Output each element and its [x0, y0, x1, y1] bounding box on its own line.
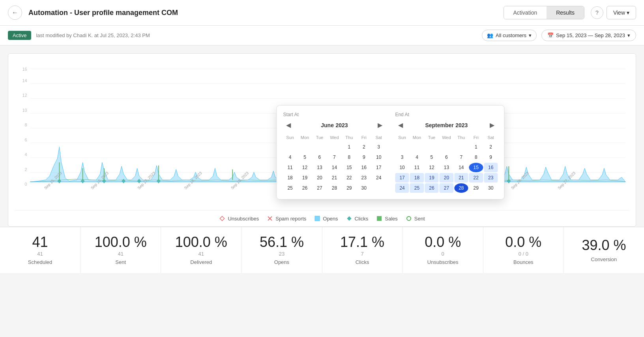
unsubscribes-icon — [219, 215, 225, 222]
tab-activation[interactable]: Activation — [504, 6, 547, 19]
customer-filter[interactable]: 👥 All customers ▾ — [482, 30, 537, 41]
stat-unsubscribes-big: 0.0 % — [425, 235, 461, 249]
stat-bounces-big: 0.0 % — [505, 235, 541, 249]
cal-end-prev-button[interactable]: ◀ — [395, 120, 406, 130]
stat-sent: 100.0 % 41 Sent — [80, 227, 161, 273]
stat-delivered: 100.0 % 41 Delivered — [161, 227, 242, 273]
cal-prev-button[interactable]: ◀ — [283, 120, 294, 130]
page-title: Automation - User profile management COM — [28, 9, 497, 17]
svg-rect-48 — [220, 216, 225, 220]
stat-delivered-big: 100.0 % — [175, 235, 227, 249]
stat-sent-big: 100.0 % — [95, 235, 147, 249]
start-label: Start At — [283, 112, 386, 117]
opens-icon — [314, 215, 320, 222]
sent-icon — [406, 215, 412, 222]
stat-delivered-sub: 41 — [198, 251, 204, 257]
header: ← Automation - User profile management C… — [0, 0, 644, 26]
status-badge: Active — [8, 31, 31, 40]
cal-end-next-button[interactable]: ▶ — [487, 120, 498, 130]
stat-unsubscribes: 0.0 % 0 Unsubscribes — [403, 227, 483, 273]
svg-text:12: 12 — [22, 93, 27, 98]
stat-scheduled-label: Scheduled — [28, 259, 52, 265]
calendar-overlay: Start At ◀ June 2023 ▶ Sun Mon Tue Wed T… — [276, 105, 504, 200]
cal-june-grid: Sun Mon Tue Wed Thu Fri Sat 1 2 3 4 — [283, 134, 386, 193]
spam-icon — [267, 215, 273, 222]
chevron-down-icon: ▾ — [529, 32, 532, 38]
legend-opens: Opens — [314, 215, 338, 222]
svg-text:2: 2 — [25, 167, 27, 172]
stat-clicks-big: 17.1 % — [340, 235, 384, 249]
date-range-filter[interactable]: 📅 Sep 15, 2023 — Sep 28, 2023 ▾ — [541, 30, 636, 41]
users-icon: 👥 — [487, 32, 493, 38]
stat-conversion-label: Conversion — [591, 256, 617, 262]
chevron-down-icon: ▾ — [627, 32, 630, 38]
stat-opens-label: Opens — [274, 259, 289, 265]
chevron-down-icon: ▾ — [627, 9, 629, 16]
cal-start-header: ◀ June 2023 ▶ — [283, 120, 386, 130]
back-button[interactable]: ← — [8, 6, 22, 20]
svg-text:10: 10 — [22, 108, 27, 113]
tab-group: Activation Results — [504, 6, 584, 19]
legend-unsubscribes: Unsubscribes — [219, 215, 259, 222]
svg-text:16: 16 — [22, 67, 27, 72]
cal-next-button[interactable]: ▶ — [374, 120, 386, 130]
filter-group: 👥 All customers ▾ 📅 Sep 15, 2023 — Sep 2… — [482, 30, 636, 41]
stat-clicks-label: Clicks — [356, 259, 369, 265]
svg-rect-52 — [347, 216, 351, 220]
svg-rect-53 — [377, 216, 382, 221]
stat-opens-big: 56.1 % — [260, 235, 304, 249]
svg-point-54 — [407, 217, 411, 220]
stat-conversion-big: 39.0 % — [582, 238, 626, 252]
stat-opens: 56.1 % 23 Opens — [242, 227, 322, 273]
view-button[interactable]: View ▾ — [607, 6, 636, 19]
cal-end-year: 2023 — [455, 122, 468, 128]
svg-rect-51 — [315, 216, 320, 221]
stat-sent-label: Sent — [115, 259, 126, 265]
svg-text:0: 0 — [25, 182, 27, 186]
svg-text:8: 8 — [25, 122, 27, 127]
cal-end-header: ◀ September 2023 ▶ — [395, 120, 498, 130]
header-actions: ? View ▾ — [591, 6, 636, 19]
stat-clicks: 17.1 % 7 Clicks — [322, 227, 403, 273]
stat-scheduled-big: 41 — [32, 235, 48, 249]
help-button[interactable]: ? — [591, 6, 603, 19]
clicks-icon — [346, 215, 352, 222]
sales-icon — [376, 215, 382, 222]
end-label: End At — [395, 112, 498, 117]
subheader: Active last modified by Chadi K. at Jul … — [0, 26, 644, 45]
stat-bounces-sub: 0 / 0 — [519, 251, 528, 257]
stat-unsubscribes-label: Unsubscribes — [427, 259, 459, 265]
legend-sales: Sales — [376, 215, 398, 222]
cal-end-month: September — [425, 122, 453, 128]
stat-sent-sub: 41 — [118, 251, 123, 257]
calendar-start: Start At ◀ June 2023 ▶ Sun Mon Tue Wed T… — [283, 112, 386, 193]
stat-opens-sub: 23 — [279, 251, 285, 257]
svg-text:4: 4 — [25, 152, 27, 157]
cal-start-year: 2023 — [335, 122, 348, 128]
stat-scheduled-sub: 41 — [37, 251, 43, 257]
stat-scheduled: 41 41 Scheduled — [0, 227, 80, 273]
chart-legend: Unsubscribes Spam reports Opens Clicks — [15, 210, 629, 226]
legend-spam: Spam reports — [267, 215, 306, 222]
cal-start-month: June — [321, 122, 334, 128]
tab-results[interactable]: Results — [547, 6, 584, 19]
stats-bar: 41 41 Scheduled 100.0 % 41 Sent 100.0 % … — [0, 227, 644, 273]
calendar-icon: 📅 — [547, 32, 554, 38]
stat-delivered-label: Delivered — [190, 259, 212, 265]
legend-sent: Sent — [406, 215, 425, 222]
chart-area: 0 2 4 6 8 10 12 14 16 — [0, 45, 644, 227]
svg-text:14: 14 — [22, 78, 27, 83]
stat-bounces: 0.0 % 0 / 0 Bounces — [483, 227, 564, 273]
stat-unsubscribes-sub: 0 — [442, 251, 444, 257]
svg-text:6: 6 — [25, 137, 27, 142]
chart-container: 0 2 4 6 8 10 12 14 16 — [8, 53, 636, 227]
stat-conversion: 39.0 % Conversion — [564, 227, 644, 273]
stat-bounces-label: Bounces — [513, 259, 534, 265]
calendar-end: End At ◀ September 2023 ▶ Sun Mon Tue We… — [395, 112, 498, 193]
stat-clicks-sub: 7 — [361, 251, 363, 257]
cal-sep-grid: Sun Mon Tue Wed Thu Fri Sat 1 2 3 — [395, 134, 498, 193]
legend-clicks: Clicks — [346, 215, 369, 222]
modified-text: last modified by Chadi K. at Jul 25, 202… — [36, 32, 477, 38]
